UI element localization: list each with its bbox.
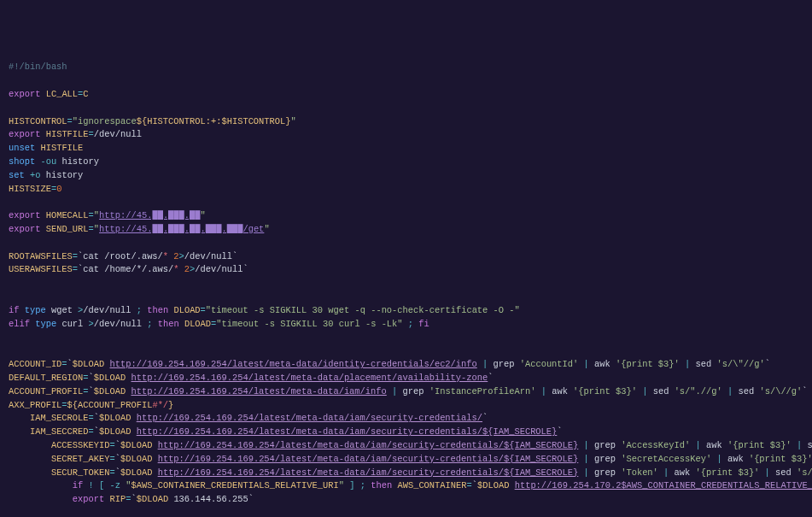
- code-block: #!/bin/bash export LC_ALL=C HISTCONTROL=…: [9, 61, 803, 517]
